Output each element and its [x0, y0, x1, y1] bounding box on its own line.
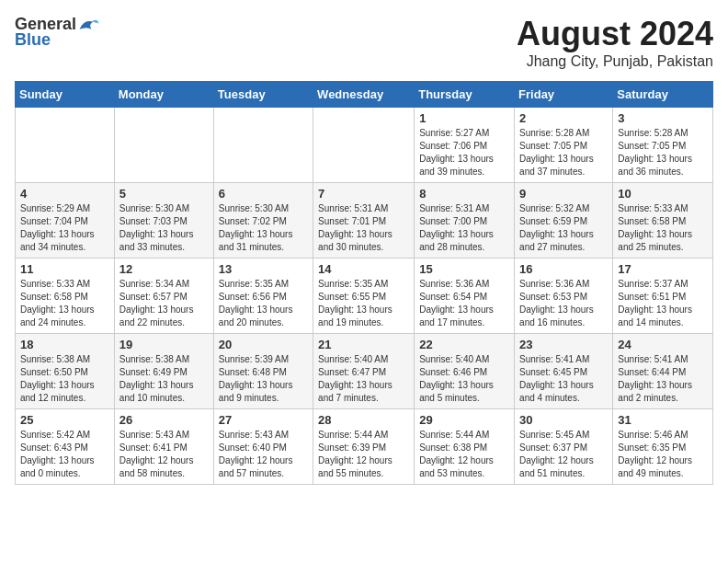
- calendar-week-2: 4Sunrise: 5:29 AM Sunset: 7:04 PM Daylig…: [16, 183, 713, 259]
- calendar-cell: 4Sunrise: 5:29 AM Sunset: 7:04 PM Daylig…: [16, 183, 115, 259]
- day-number: 25: [20, 413, 109, 427]
- calendar-cell: 24Sunrise: 5:41 AM Sunset: 6:44 PM Dayli…: [613, 334, 713, 409]
- day-info: Sunrise: 5:34 AM Sunset: 6:57 PM Dayligh…: [119, 278, 209, 329]
- calendar-week-1: 1Sunrise: 5:27 AM Sunset: 7:06 PM Daylig…: [16, 108, 713, 183]
- day-number: 15: [419, 262, 509, 276]
- day-number: 18: [20, 338, 109, 351]
- day-info: Sunrise: 5:41 AM Sunset: 6:44 PM Dayligh…: [618, 353, 708, 405]
- day-number: 16: [519, 262, 608, 276]
- weekday-header-saturday: Saturday: [613, 82, 713, 108]
- calendar-cell: 27Sunrise: 5:43 AM Sunset: 6:40 PM Dayli…: [213, 409, 313, 485]
- weekday-header-friday: Friday: [515, 82, 613, 108]
- day-number: 20: [219, 338, 308, 351]
- day-number: 12: [119, 262, 209, 276]
- day-number: 8: [419, 187, 509, 201]
- day-number: 10: [618, 187, 708, 201]
- day-info: Sunrise: 5:32 AM Sunset: 6:59 PM Dayligh…: [519, 202, 608, 254]
- day-number: 19: [119, 338, 209, 351]
- calendar-cell: 21Sunrise: 5:40 AM Sunset: 6:47 PM Dayli…: [313, 334, 415, 409]
- day-info: Sunrise: 5:27 AM Sunset: 7:06 PM Dayligh…: [419, 127, 509, 178]
- calendar-week-4: 18Sunrise: 5:38 AM Sunset: 6:50 PM Dayli…: [16, 334, 713, 409]
- day-number: 5: [119, 187, 209, 201]
- day-number: 14: [318, 262, 409, 276]
- day-number: 7: [318, 187, 409, 201]
- calendar-cell: 9Sunrise: 5:32 AM Sunset: 6:59 PM Daylig…: [515, 183, 613, 259]
- calendar-cell: 23Sunrise: 5:41 AM Sunset: 6:45 PM Dayli…: [515, 334, 613, 409]
- day-number: 11: [20, 262, 109, 276]
- day-info: Sunrise: 5:41 AM Sunset: 6:45 PM Dayligh…: [519, 353, 608, 405]
- day-info: Sunrise: 5:31 AM Sunset: 7:01 PM Dayligh…: [318, 202, 409, 254]
- calendar-table: SundayMondayTuesdayWednesdayThursdayFrid…: [15, 81, 713, 485]
- day-info: Sunrise: 5:46 AM Sunset: 6:35 PM Dayligh…: [618, 429, 708, 480]
- day-info: Sunrise: 5:29 AM Sunset: 7:04 PM Dayligh…: [20, 202, 109, 254]
- calendar-cell: 3Sunrise: 5:28 AM Sunset: 7:05 PM Daylig…: [613, 108, 713, 183]
- calendar-cell: 7Sunrise: 5:31 AM Sunset: 7:01 PM Daylig…: [313, 183, 415, 259]
- calendar-week-3: 11Sunrise: 5:33 AM Sunset: 6:58 PM Dayli…: [16, 259, 713, 334]
- calendar-header-row: SundayMondayTuesdayWednesdayThursdayFrid…: [16, 82, 713, 108]
- day-number: 1: [419, 111, 509, 125]
- day-number: 24: [618, 338, 708, 351]
- day-info: Sunrise: 5:43 AM Sunset: 6:41 PM Dayligh…: [119, 429, 209, 480]
- calendar-cell: 18Sunrise: 5:38 AM Sunset: 6:50 PM Dayli…: [16, 334, 115, 409]
- logo-bird-icon: [78, 16, 100, 34]
- day-info: Sunrise: 5:30 AM Sunset: 7:02 PM Dayligh…: [219, 202, 308, 254]
- day-info: Sunrise: 5:28 AM Sunset: 7:05 PM Dayligh…: [519, 127, 608, 178]
- day-number: 13: [219, 262, 308, 276]
- weekday-header-wednesday: Wednesday: [313, 82, 415, 108]
- day-info: Sunrise: 5:44 AM Sunset: 6:38 PM Dayligh…: [419, 429, 509, 480]
- day-number: 23: [519, 338, 608, 351]
- calendar-cell: 30Sunrise: 5:45 AM Sunset: 6:37 PM Dayli…: [515, 409, 613, 485]
- day-info: Sunrise: 5:37 AM Sunset: 6:51 PM Dayligh…: [618, 278, 708, 329]
- logo: General Blue: [15, 15, 100, 50]
- day-info: Sunrise: 5:40 AM Sunset: 6:47 PM Dayligh…: [318, 353, 409, 405]
- day-info: Sunrise: 5:44 AM Sunset: 6:39 PM Dayligh…: [318, 429, 409, 480]
- calendar-cell: 11Sunrise: 5:33 AM Sunset: 6:58 PM Dayli…: [16, 259, 115, 334]
- day-number: 9: [519, 187, 608, 201]
- day-info: Sunrise: 5:36 AM Sunset: 6:53 PM Dayligh…: [519, 278, 608, 329]
- day-info: Sunrise: 5:40 AM Sunset: 6:46 PM Dayligh…: [419, 353, 509, 405]
- calendar-cell: 17Sunrise: 5:37 AM Sunset: 6:51 PM Dayli…: [613, 259, 713, 334]
- day-number: 17: [618, 262, 708, 276]
- day-info: Sunrise: 5:36 AM Sunset: 6:54 PM Dayligh…: [419, 278, 509, 329]
- day-info: Sunrise: 5:38 AM Sunset: 6:49 PM Dayligh…: [119, 353, 209, 405]
- calendar-cell: 5Sunrise: 5:30 AM Sunset: 7:03 PM Daylig…: [114, 183, 213, 259]
- location-subtitle: Jhang City, Punjab, Pakistan: [517, 53, 713, 70]
- weekday-header-monday: Monday: [114, 82, 213, 108]
- calendar-cell: 25Sunrise: 5:42 AM Sunset: 6:43 PM Dayli…: [16, 409, 115, 485]
- day-number: 6: [219, 187, 308, 201]
- calendar-cell: 6Sunrise: 5:30 AM Sunset: 7:02 PM Daylig…: [213, 183, 313, 259]
- calendar-cell: 12Sunrise: 5:34 AM Sunset: 6:57 PM Dayli…: [114, 259, 213, 334]
- weekday-header-thursday: Thursday: [415, 82, 515, 108]
- calendar-cell: 26Sunrise: 5:43 AM Sunset: 6:41 PM Dayli…: [114, 409, 213, 485]
- day-number: 22: [419, 338, 509, 351]
- calendar-cell: 20Sunrise: 5:39 AM Sunset: 6:48 PM Dayli…: [213, 334, 313, 409]
- day-info: Sunrise: 5:42 AM Sunset: 6:43 PM Dayligh…: [20, 429, 109, 480]
- day-info: Sunrise: 5:35 AM Sunset: 6:56 PM Dayligh…: [219, 278, 308, 329]
- day-number: 30: [519, 413, 608, 427]
- day-info: Sunrise: 5:30 AM Sunset: 7:03 PM Dayligh…: [119, 202, 209, 254]
- page-header: General Blue August 2024 Jhang City, Pun…: [15, 15, 713, 70]
- calendar-cell: 29Sunrise: 5:44 AM Sunset: 6:38 PM Dayli…: [415, 409, 515, 485]
- day-number: 27: [219, 413, 308, 427]
- calendar-cell: 15Sunrise: 5:36 AM Sunset: 6:54 PM Dayli…: [415, 259, 515, 334]
- calendar-cell: 28Sunrise: 5:44 AM Sunset: 6:39 PM Dayli…: [313, 409, 415, 485]
- month-year-title: August 2024: [517, 15, 713, 53]
- day-number: 4: [20, 187, 109, 201]
- day-info: Sunrise: 5:35 AM Sunset: 6:55 PM Dayligh…: [318, 278, 409, 329]
- calendar-cell: 19Sunrise: 5:38 AM Sunset: 6:49 PM Dayli…: [114, 334, 213, 409]
- calendar-cell: 22Sunrise: 5:40 AM Sunset: 6:46 PM Dayli…: [415, 334, 515, 409]
- calendar-cell: [313, 108, 415, 183]
- day-number: 31: [618, 413, 708, 427]
- day-info: Sunrise: 5:31 AM Sunset: 7:00 PM Dayligh…: [419, 202, 509, 254]
- day-info: Sunrise: 5:28 AM Sunset: 7:05 PM Dayligh…: [618, 127, 708, 178]
- calendar-week-5: 25Sunrise: 5:42 AM Sunset: 6:43 PM Dayli…: [16, 409, 713, 485]
- day-number: 29: [419, 413, 509, 427]
- logo-blue: Blue: [15, 30, 51, 50]
- day-info: Sunrise: 5:38 AM Sunset: 6:50 PM Dayligh…: [20, 353, 109, 405]
- day-number: 2: [519, 111, 608, 125]
- calendar-cell: 16Sunrise: 5:36 AM Sunset: 6:53 PM Dayli…: [515, 259, 613, 334]
- calendar-cell: [114, 108, 213, 183]
- day-number: 28: [318, 413, 409, 427]
- calendar-cell: 1Sunrise: 5:27 AM Sunset: 7:06 PM Daylig…: [415, 108, 515, 183]
- day-number: 3: [618, 111, 708, 125]
